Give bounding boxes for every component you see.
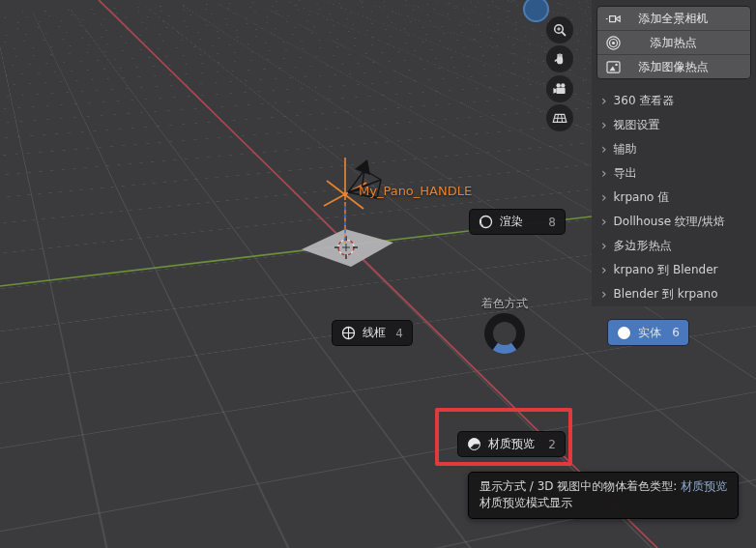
chevron-right-icon: › (601, 166, 607, 180)
pie-item-solid[interactable]: 实体 6 (607, 319, 689, 346)
chevron-right-icon: › (601, 239, 607, 252)
camera-view-icon (552, 81, 567, 97)
tooltip: 显示方式 / 3D 视图中的物体着色类型: 材质预览 材质预览模式显示 (468, 472, 739, 519)
sidebar-section-helpers[interactable]: › 辅助 (601, 137, 750, 161)
chevron-right-icon: › (601, 94, 607, 107)
pie-item-label: 实体 (638, 325, 661, 341)
panorama-camera-icon (605, 11, 622, 27)
tooltip-line1: 显示方式 / 3D 视图中的物体着色类型: 材质预览 (480, 478, 727, 495)
blender-3d-viewport: My_Pano_HANDLE (0, 0, 756, 548)
section-label: 视图设置 (614, 117, 660, 133)
sidebar-section-360-viewer[interactable]: › 360 查看器 (601, 89, 750, 113)
add-image-hotspot-button[interactable]: 添加图像热点 (597, 55, 750, 78)
section-label: krpano 值 (614, 189, 670, 206)
section-label: Blender 到 krpano (614, 286, 718, 303)
pan-hand-icon (552, 51, 567, 67)
image-hotspot-icon (605, 59, 622, 75)
chevron-right-icon: › (601, 142, 607, 156)
section-label: 辅助 (614, 141, 637, 158)
plane-object[interactable] (302, 229, 393, 267)
tooltip-line2: 材质预览模式显示 (480, 495, 727, 511)
chevron-right-icon: › (601, 215, 607, 228)
chevron-right-icon: › (601, 287, 607, 301)
zoom-button[interactable] (546, 16, 573, 43)
chevron-right-icon: › (601, 118, 607, 131)
camera-view-button[interactable] (546, 75, 573, 102)
pie-item-label: 渲染 (500, 214, 523, 230)
add-hotspot-label: 添加热点 (622, 35, 725, 51)
wireframe-sphere-icon (341, 326, 356, 340)
section-label: 导出 (614, 165, 637, 182)
chevron-right-icon: › (601, 263, 607, 276)
section-label: krpano 到 Blender (614, 262, 718, 278)
section-label: Dollhouse 纹理/烘焙 (614, 214, 725, 230)
add-panorama-camera-label: 添加全景相机 (622, 11, 725, 27)
add-panorama-camera-button[interactable]: 添加全景相机 (597, 7, 750, 30)
hotspot-icon (605, 35, 622, 51)
pie-item-label: 线框 (363, 325, 386, 341)
section-label: 多边形热点 (614, 238, 672, 254)
perspective-toggle-button[interactable] (546, 104, 573, 131)
add-image-hotspot-label: 添加图像热点 (622, 59, 725, 75)
chevron-right-icon: › (601, 190, 607, 204)
section-label: 360 查看器 (614, 93, 675, 109)
sidebar-section-dollhouse-bake[interactable]: › Dollhouse 纹理/烘焙 (601, 210, 750, 234)
pie-item-shortcut: 4 (395, 327, 403, 340)
object-name-label: My_Pano_HANDLE (359, 184, 472, 198)
pie-item-rendered[interactable]: 渲染 8 (469, 209, 566, 235)
rendered-sphere-icon (479, 215, 493, 229)
sidebar-section-export[interactable]: › 导出 (601, 161, 750, 186)
sidebar-section-krpano-values[interactable]: › krpano 值 (601, 186, 750, 210)
sidebar-panel: 添加全景相机 添加热点 添加图像热点 › 360 (592, 0, 756, 306)
sidebar-action-buttons: 添加全景相机 添加热点 添加图像热点 (597, 7, 750, 78)
pan-button[interactable] (546, 45, 573, 72)
pie-item-shortcut: 8 (548, 216, 556, 229)
add-hotspot-button[interactable]: 添加热点 (597, 31, 750, 54)
sidebar-section-view-settings[interactable]: › 视图设置 (601, 113, 750, 137)
sidebar-section-blender-to-krpano[interactable]: › Blender 到 krpano (601, 282, 750, 306)
pie-menu-direction-ring[interactable] (480, 309, 529, 358)
tooltip-value: 材质预览 (681, 479, 727, 493)
solid-sphere-icon (617, 326, 631, 340)
perspective-grid-icon (552, 110, 567, 126)
annotation-highlight-box (435, 408, 572, 466)
tooltip-description: 显示方式 / 3D 视图中的物体着色类型: (480, 479, 681, 493)
pie-item-shortcut: 6 (672, 326, 680, 339)
pie-item-wireframe[interactable]: 线框 4 (332, 320, 413, 346)
zoom-in-icon (552, 22, 567, 38)
sidebar-section-krpano-to-blender[interactable]: › krpano 到 Blender (601, 258, 750, 282)
sidebar-section-polygon-hotspot[interactable]: › 多边形热点 (601, 234, 750, 258)
